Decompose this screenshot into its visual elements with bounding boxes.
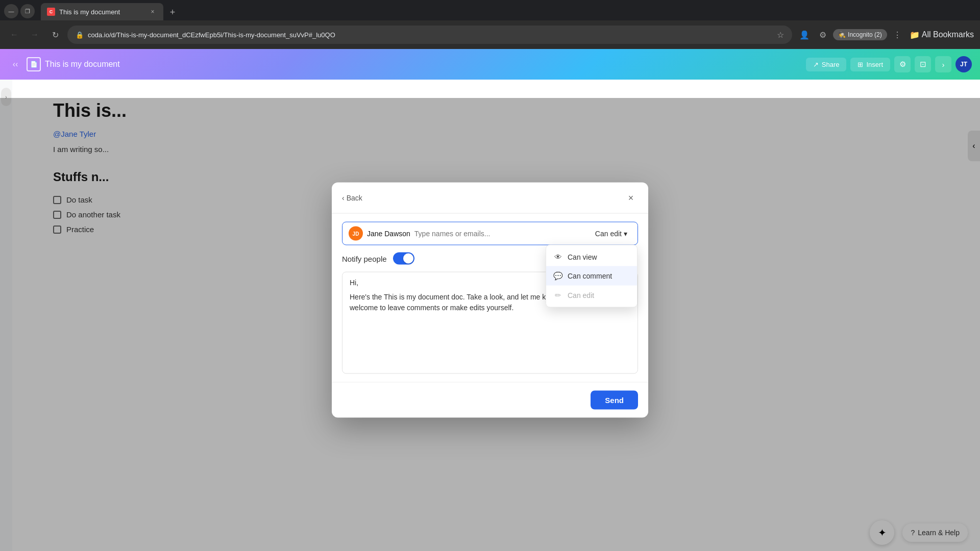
comment-icon: 💬 — [553, 271, 562, 281]
settings-btn[interactable]: ⚙ — [894, 56, 911, 72]
incognito-label: Incognito (2) — [848, 31, 882, 38]
invitee-name: Jane Dawson — [367, 230, 410, 238]
invite-input[interactable] — [414, 230, 587, 238]
insert-icon: ⊞ — [857, 61, 863, 68]
can-edit-label: Can edit — [568, 291, 594, 299]
notify-toggle[interactable] — [393, 253, 414, 265]
can-view-label: Can view — [568, 253, 597, 261]
browser-menu-btn[interactable]: ⋮ — [889, 27, 905, 43]
bookmark-star-btn[interactable]: ☆ — [777, 30, 784, 40]
back-nav-btn[interactable]: ← — [6, 27, 22, 43]
permission-current-label: Can edit — [595, 230, 622, 238]
notify-label: Notify people — [342, 254, 387, 263]
app-area: ‹‹ 📄 This is my document ↗ Share ⊞ Inser… — [0, 49, 980, 551]
share-label: Share — [822, 61, 840, 68]
modal-body: JD Jane Dawson Can edit ▾ 👁 Can view 💬 — [332, 214, 648, 382]
window-minimize-btn[interactable]: — — [4, 4, 18, 18]
user-avatar[interactable]: JT — [955, 56, 972, 72]
tab-controls: — ❐ — [4, 4, 39, 20]
doc-title-header: This is my document — [45, 60, 120, 69]
view-icon: ⊡ — [920, 60, 926, 69]
active-tab[interactable]: C This is my document × — [41, 3, 163, 20]
modal-footer: Send — [332, 382, 648, 418]
back-btn[interactable]: ‹ Back — [342, 194, 362, 202]
invitee-initials: JD — [353, 231, 359, 236]
share-btn[interactable]: ↗ Share — [806, 58, 847, 71]
modal-header: ‹ Back × — [332, 183, 648, 214]
url-text: coda.io/d/This-is-my-document_dCEzfwEpb5… — [88, 31, 773, 39]
tab-title: This is my document — [59, 8, 144, 16]
can-view-option[interactable]: 👁 Can view — [546, 247, 637, 266]
extensions-btn[interactable]: ⚙ — [815, 27, 831, 43]
refresh-btn[interactable]: ↻ — [47, 27, 63, 43]
back-label: Back — [347, 194, 362, 202]
toggle-knob — [403, 254, 413, 264]
settings-icon: ⚙ — [899, 60, 906, 69]
doc-icon: 📄 — [27, 57, 41, 71]
permission-dropdown-btn[interactable]: Can edit ▾ — [591, 228, 631, 240]
tab-favicon: C — [47, 8, 55, 16]
back-chevron-icon: ‹ — [342, 194, 345, 202]
incognito-icon: 🕵 — [838, 31, 846, 38]
bookmarks-bar-item[interactable]: 📁 All Bookmarks — [910, 30, 974, 40]
invite-row: JD Jane Dawson Can edit ▾ 👁 Can view 💬 — [342, 222, 638, 245]
app-header-left: ‹‹ 📄 This is my document — [8, 57, 120, 71]
doc-icon-symbol: 📄 — [30, 61, 38, 68]
permission-dropdown-menu: 👁 Can view 💬 Can comment ✏ Can edit — [546, 245, 638, 308]
send-btn[interactable]: Send — [591, 391, 638, 410]
close-icon: × — [628, 192, 634, 203]
bookmarks-label: All Bookmarks — [922, 30, 974, 39]
modal-close-btn[interactable]: × — [624, 191, 638, 205]
share-icon: ↗ — [813, 61, 819, 68]
share-modal: ‹ Back × JD Jane Dawson Can edit ▾ — [332, 183, 648, 418]
insert-label: Insert — [866, 61, 883, 68]
tab-bar: — ❐ C This is my document × + — [0, 0, 980, 20]
can-edit-option: ✏ Can edit — [546, 286, 637, 305]
forward-nav-btn[interactable]: → — [27, 27, 43, 43]
can-comment-label: Can comment — [568, 272, 612, 280]
address-bar[interactable]: 🔒 coda.io/d/This-is-my-document_dCEzfwEp… — [67, 26, 792, 44]
collapse-icon: ‹‹ — [13, 60, 18, 69]
profile-extension-btn[interactable]: 👤 — [796, 27, 813, 43]
lock-icon: 🔒 — [76, 31, 84, 39]
bookmarks-folder-icon: 📁 — [910, 30, 920, 40]
eye-icon: 👁 — [553, 253, 562, 261]
app-header: ‹‹ 📄 This is my document ↗ Share ⊞ Inser… — [0, 49, 980, 80]
browser-chrome: — ❐ C This is my document × + ← → ↻ 🔒 co… — [0, 0, 980, 49]
app-header-right: ↗ Share ⊞ Insert ⚙ ⊡ › JT — [806, 56, 972, 72]
user-initials: JT — [960, 61, 967, 68]
view-toggle-btn[interactable]: ⊡ — [915, 56, 931, 72]
address-bar-row: ← → ↻ 🔒 coda.io/d/This-is-my-document_dC… — [0, 20, 980, 49]
incognito-badge[interactable]: 🕵 Incognito (2) — [833, 29, 887, 40]
more-btn[interactable]: › — [935, 56, 951, 72]
more-icon: › — [942, 60, 945, 69]
window-restore-btn[interactable]: ❐ — [20, 4, 35, 18]
dropdown-arrow-icon: ▾ — [624, 230, 627, 238]
browser-actions: 👤 ⚙ 🕵 Incognito (2) ⋮ — [796, 27, 905, 43]
tab-close-btn[interactable]: × — [148, 7, 157, 16]
new-tab-btn[interactable]: + — [165, 6, 180, 20]
sidebar-collapse-btn[interactable]: ‹‹ — [8, 57, 22, 71]
pencil-icon: ✏ — [553, 291, 562, 300]
insert-btn[interactable]: ⊞ Insert — [850, 58, 890, 71]
invitee-avatar: JD — [349, 227, 363, 241]
can-comment-option[interactable]: 💬 Can comment — [546, 266, 637, 286]
